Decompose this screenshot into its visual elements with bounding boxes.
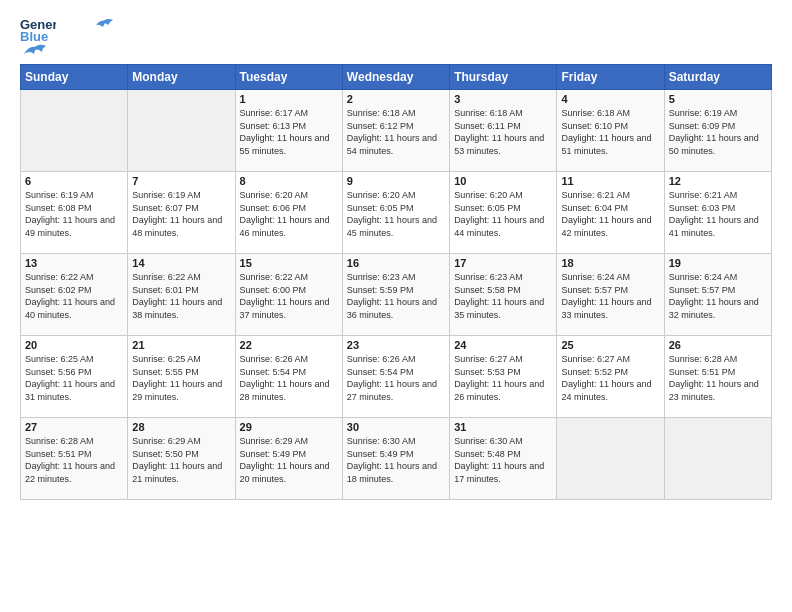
day-info: Sunrise: 6:25 AM Sunset: 5:56 PM Dayligh… <box>25 353 123 403</box>
weekday-header: Monday <box>128 65 235 90</box>
day-number: 25 <box>561 339 659 351</box>
calendar-cell: 29Sunrise: 6:29 AM Sunset: 5:49 PM Dayli… <box>235 418 342 500</box>
calendar-cell: 12Sunrise: 6:21 AM Sunset: 6:03 PM Dayli… <box>664 172 771 254</box>
day-info: Sunrise: 6:23 AM Sunset: 5:58 PM Dayligh… <box>454 271 552 321</box>
day-info: Sunrise: 6:28 AM Sunset: 5:51 PM Dayligh… <box>669 353 767 403</box>
calendar-cell: 5Sunrise: 6:19 AM Sunset: 6:09 PM Daylig… <box>664 90 771 172</box>
logo: General Blue <box>20 15 113 54</box>
calendar-table: SundayMondayTuesdayWednesdayThursdayFrid… <box>20 64 772 500</box>
day-number: 30 <box>347 421 445 433</box>
day-number: 2 <box>347 93 445 105</box>
day-number: 18 <box>561 257 659 269</box>
day-number: 22 <box>240 339 338 351</box>
weekday-row: SundayMondayTuesdayWednesdayThursdayFrid… <box>21 65 772 90</box>
day-info: Sunrise: 6:19 AM Sunset: 6:08 PM Dayligh… <box>25 189 123 239</box>
calendar-cell: 19Sunrise: 6:24 AM Sunset: 5:57 PM Dayli… <box>664 254 771 336</box>
day-number: 4 <box>561 93 659 105</box>
day-number: 3 <box>454 93 552 105</box>
day-number: 24 <box>454 339 552 351</box>
day-number: 19 <box>669 257 767 269</box>
day-info: Sunrise: 6:21 AM Sunset: 6:03 PM Dayligh… <box>669 189 767 239</box>
day-info: Sunrise: 6:30 AM Sunset: 5:49 PM Dayligh… <box>347 435 445 485</box>
day-number: 13 <box>25 257 123 269</box>
day-number: 11 <box>561 175 659 187</box>
calendar-cell: 25Sunrise: 6:27 AM Sunset: 5:52 PM Dayli… <box>557 336 664 418</box>
calendar-week-row: 1Sunrise: 6:17 AM Sunset: 6:13 PM Daylig… <box>21 90 772 172</box>
calendar-cell: 2Sunrise: 6:18 AM Sunset: 6:12 PM Daylig… <box>342 90 449 172</box>
calendar-cell: 9Sunrise: 6:20 AM Sunset: 6:05 PM Daylig… <box>342 172 449 254</box>
weekday-header: Sunday <box>21 65 128 90</box>
calendar-cell: 31Sunrise: 6:30 AM Sunset: 5:48 PM Dayli… <box>450 418 557 500</box>
day-info: Sunrise: 6:27 AM Sunset: 5:53 PM Dayligh… <box>454 353 552 403</box>
day-number: 8 <box>240 175 338 187</box>
calendar-cell: 3Sunrise: 6:18 AM Sunset: 6:11 PM Daylig… <box>450 90 557 172</box>
header: General Blue <box>20 15 772 54</box>
day-info: Sunrise: 6:22 AM Sunset: 6:02 PM Dayligh… <box>25 271 123 321</box>
day-info: Sunrise: 6:30 AM Sunset: 5:48 PM Dayligh… <box>454 435 552 485</box>
calendar-cell: 27Sunrise: 6:28 AM Sunset: 5:51 PM Dayli… <box>21 418 128 500</box>
day-info: Sunrise: 6:22 AM Sunset: 6:00 PM Dayligh… <box>240 271 338 321</box>
day-number: 6 <box>25 175 123 187</box>
calendar-cell: 1Sunrise: 6:17 AM Sunset: 6:13 PM Daylig… <box>235 90 342 172</box>
day-info: Sunrise: 6:27 AM Sunset: 5:52 PM Dayligh… <box>561 353 659 403</box>
calendar-cell: 26Sunrise: 6:28 AM Sunset: 5:51 PM Dayli… <box>664 336 771 418</box>
day-info: Sunrise: 6:18 AM Sunset: 6:12 PM Dayligh… <box>347 107 445 157</box>
day-info: Sunrise: 6:22 AM Sunset: 6:01 PM Dayligh… <box>132 271 230 321</box>
day-number: 27 <box>25 421 123 433</box>
day-number: 7 <box>132 175 230 187</box>
day-number: 31 <box>454 421 552 433</box>
calendar-cell: 7Sunrise: 6:19 AM Sunset: 6:07 PM Daylig… <box>128 172 235 254</box>
day-info: Sunrise: 6:18 AM Sunset: 6:11 PM Dayligh… <box>454 107 552 157</box>
day-info: Sunrise: 6:20 AM Sunset: 6:05 PM Dayligh… <box>454 189 552 239</box>
calendar-cell <box>21 90 128 172</box>
day-number: 23 <box>347 339 445 351</box>
day-number: 21 <box>132 339 230 351</box>
calendar-week-row: 27Sunrise: 6:28 AM Sunset: 5:51 PM Dayli… <box>21 418 772 500</box>
calendar-cell: 6Sunrise: 6:19 AM Sunset: 6:08 PM Daylig… <box>21 172 128 254</box>
calendar-cell: 8Sunrise: 6:20 AM Sunset: 6:06 PM Daylig… <box>235 172 342 254</box>
day-info: Sunrise: 6:28 AM Sunset: 5:51 PM Dayligh… <box>25 435 123 485</box>
calendar-cell: 15Sunrise: 6:22 AM Sunset: 6:00 PM Dayli… <box>235 254 342 336</box>
day-number: 26 <box>669 339 767 351</box>
calendar-cell: 18Sunrise: 6:24 AM Sunset: 5:57 PM Dayli… <box>557 254 664 336</box>
calendar-cell: 10Sunrise: 6:20 AM Sunset: 6:05 PM Dayli… <box>450 172 557 254</box>
calendar-week-row: 6Sunrise: 6:19 AM Sunset: 6:08 PM Daylig… <box>21 172 772 254</box>
calendar-cell <box>557 418 664 500</box>
day-number: 12 <box>669 175 767 187</box>
day-number: 20 <box>25 339 123 351</box>
day-info: Sunrise: 6:24 AM Sunset: 5:57 PM Dayligh… <box>561 271 659 321</box>
day-info: Sunrise: 6:25 AM Sunset: 5:55 PM Dayligh… <box>132 353 230 403</box>
day-number: 17 <box>454 257 552 269</box>
weekday-header: Wednesday <box>342 65 449 90</box>
day-number: 15 <box>240 257 338 269</box>
calendar-cell: 24Sunrise: 6:27 AM Sunset: 5:53 PM Dayli… <box>450 336 557 418</box>
calendar-cell: 16Sunrise: 6:23 AM Sunset: 5:59 PM Dayli… <box>342 254 449 336</box>
calendar-cell: 13Sunrise: 6:22 AM Sunset: 6:02 PM Dayli… <box>21 254 128 336</box>
day-number: 9 <box>347 175 445 187</box>
calendar-cell: 22Sunrise: 6:26 AM Sunset: 5:54 PM Dayli… <box>235 336 342 418</box>
weekday-header: Tuesday <box>235 65 342 90</box>
day-info: Sunrise: 6:20 AM Sunset: 6:05 PM Dayligh… <box>347 189 445 239</box>
day-info: Sunrise: 6:24 AM Sunset: 5:57 PM Dayligh… <box>669 271 767 321</box>
calendar-cell <box>128 90 235 172</box>
day-info: Sunrise: 6:29 AM Sunset: 5:49 PM Dayligh… <box>240 435 338 485</box>
calendar-week-row: 20Sunrise: 6:25 AM Sunset: 5:56 PM Dayli… <box>21 336 772 418</box>
calendar-cell: 17Sunrise: 6:23 AM Sunset: 5:58 PM Dayli… <box>450 254 557 336</box>
day-info: Sunrise: 6:17 AM Sunset: 6:13 PM Dayligh… <box>240 107 338 157</box>
calendar-cell: 21Sunrise: 6:25 AM Sunset: 5:55 PM Dayli… <box>128 336 235 418</box>
weekday-header: Friday <box>557 65 664 90</box>
weekday-header: Thursday <box>450 65 557 90</box>
day-info: Sunrise: 6:21 AM Sunset: 6:04 PM Dayligh… <box>561 189 659 239</box>
calendar-cell: 4Sunrise: 6:18 AM Sunset: 6:10 PM Daylig… <box>557 90 664 172</box>
calendar-cell: 14Sunrise: 6:22 AM Sunset: 6:01 PM Dayli… <box>128 254 235 336</box>
day-number: 28 <box>132 421 230 433</box>
calendar-cell: 23Sunrise: 6:26 AM Sunset: 5:54 PM Dayli… <box>342 336 449 418</box>
day-info: Sunrise: 6:19 AM Sunset: 6:09 PM Dayligh… <box>669 107 767 157</box>
day-info: Sunrise: 6:23 AM Sunset: 5:59 PM Dayligh… <box>347 271 445 321</box>
logo-bird-small <box>22 40 50 58</box>
day-info: Sunrise: 6:29 AM Sunset: 5:50 PM Dayligh… <box>132 435 230 485</box>
day-info: Sunrise: 6:26 AM Sunset: 5:54 PM Dayligh… <box>347 353 445 403</box>
day-info: Sunrise: 6:18 AM Sunset: 6:10 PM Dayligh… <box>561 107 659 157</box>
calendar-week-row: 13Sunrise: 6:22 AM Sunset: 6:02 PM Dayli… <box>21 254 772 336</box>
day-info: Sunrise: 6:20 AM Sunset: 6:06 PM Dayligh… <box>240 189 338 239</box>
